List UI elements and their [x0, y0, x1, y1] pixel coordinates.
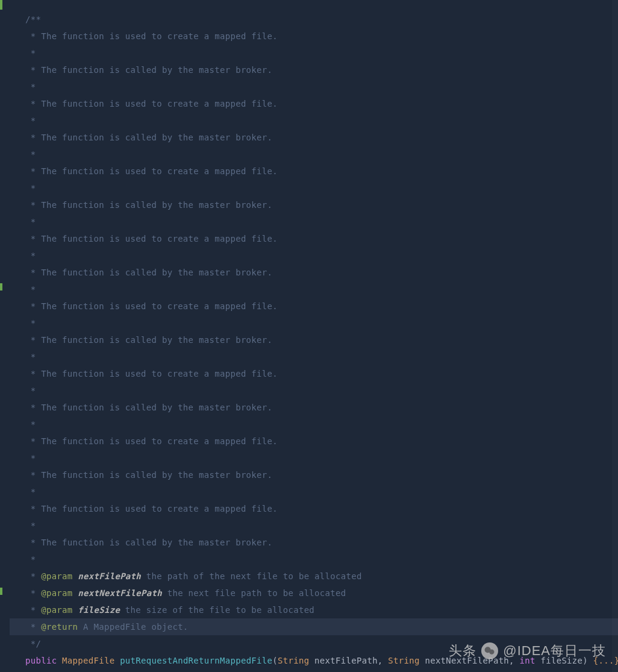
code-line: * — [25, 450, 618, 466]
code-line: * — [25, 213, 618, 230]
code-line: * — [25, 551, 618, 568]
code-line: * — [25, 146, 618, 163]
code-line: * — [25, 416, 618, 433]
code-line: * The function is used to create a mappe… — [25, 433, 618, 450]
code-line: * — [25, 348, 618, 365]
code-line: * @param fileSize the size of the file t… — [25, 601, 618, 618]
code-line: * The function is used to create a mappe… — [25, 95, 618, 112]
watermark: 头条 @IDEA每日一技 — [449, 642, 606, 660]
gutter-marker — [0, 0, 2, 10]
code-line: * — [25, 281, 618, 298]
code-line: * — [25, 112, 618, 129]
code-content[interactable]: /** * The function is used to create a m… — [10, 0, 618, 672]
code-line: /** — [25, 11, 618, 28]
watermark-handle: @IDEA每日一技 — [503, 642, 606, 660]
code-line: * — [25, 180, 618, 196]
code-line: * The function is used to create a mappe… — [25, 230, 618, 247]
code-line: * The function is used to create a mappe… — [25, 28, 618, 45]
code-line: * @param nextFilePath the path of the ne… — [25, 568, 618, 585]
gutter-marker — [0, 588, 2, 595]
code-line: * The function is used to create a mappe… — [25, 365, 618, 382]
code-line: * — [25, 315, 618, 331]
editor-gutter — [0, 0, 10, 672]
code-line: * The function is called by the master b… — [25, 399, 618, 416]
code-line: * — [25, 78, 618, 95]
code-line: * — [25, 517, 618, 534]
code-line: * The function is called by the master b… — [25, 331, 618, 348]
code-line: * The function is called by the master b… — [25, 196, 618, 213]
vertical-scrollbar[interactable] — [612, 0, 618, 672]
svg-point-1 — [489, 650, 494, 655]
gutter-marker — [0, 283, 2, 290]
watermark-prefix: 头条 — [449, 642, 476, 660]
code-line: * The function is called by the master b… — [25, 264, 618, 281]
code-line: * The function is called by the master b… — [25, 61, 618, 78]
code-line: * The function is called by the master b… — [25, 534, 618, 551]
code-line: * The function is called by the master b… — [25, 129, 618, 146]
code-line: * The function is called by the master b… — [25, 466, 618, 483]
code-line: * — [25, 483, 618, 500]
code-editor[interactable]: /** * The function is used to create a m… — [0, 0, 618, 672]
code-line: * The function is used to create a mappe… — [25, 163, 618, 180]
code-line: * The function is used to create a mappe… — [25, 500, 618, 517]
code-line: * The function is used to create a mappe… — [25, 298, 618, 315]
code-line: * — [25, 247, 618, 264]
code-line: * — [25, 382, 618, 399]
code-line: * — [25, 45, 618, 61]
code-line-highlighted: * @return A MappedFile object. — [0, 618, 618, 635]
wechat-icon — [481, 642, 498, 659]
code-line: * @param nextNextFilePath the next file … — [25, 585, 618, 601]
